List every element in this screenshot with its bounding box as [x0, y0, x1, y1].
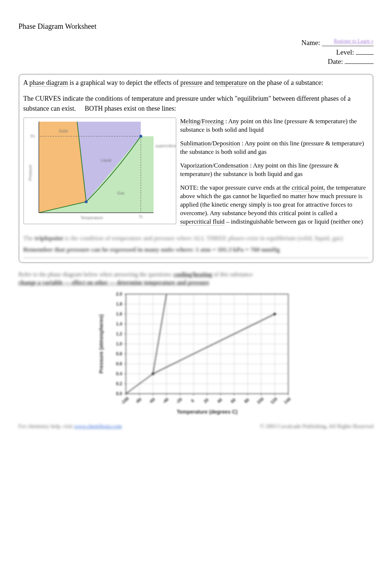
diagram-label-gas: Gas — [117, 191, 124, 195]
meta-name-row: Name: Register to Learn » — [226, 38, 374, 48]
svg-text:-60: -60 — [148, 397, 157, 405]
svg-text:0.4: 0.4 — [116, 371, 122, 376]
meta-block: Name: Register to Learn » Level: Date: — [226, 38, 374, 66]
diagram-label-supercritical: supercritical — [155, 144, 176, 148]
svg-text:140: 140 — [283, 396, 292, 405]
term-triple-point: triplepoint — [35, 235, 63, 242]
blurred-triple-point-line: The triplepoint is the condition of temp… — [23, 234, 369, 243]
svg-point-1 — [85, 200, 88, 203]
page-title: Phase Diagram Worksheet — [18, 22, 374, 31]
svg-text:0.6: 0.6 — [116, 361, 122, 366]
definition-vaporization: Vaporization/Condensation : Any point on… — [180, 162, 369, 179]
curves-paragraph: The CURVES indicate the conditions of te… — [23, 94, 369, 114]
footer-right: © 2003 Cavalcade Publishing, All Rights … — [260, 423, 374, 430]
diagram-label-solid: Solid — [59, 129, 68, 134]
note-text: the vapor pressure curve ends at the — [199, 184, 292, 191]
svg-text:Pressure (atmospheres): Pressure (atmospheres) — [98, 314, 104, 373]
instruction-emphasis: cooling/heating — [173, 271, 212, 277]
svg-text:1.4: 1.4 — [116, 321, 122, 327]
svg-text:80: 80 — [243, 397, 250, 404]
svg-point-2 — [140, 135, 142, 138]
term-supercritical-fluid: supercritical fluid — [180, 218, 224, 225]
level-blank — [356, 48, 374, 55]
svg-text:1.0: 1.0 — [116, 341, 122, 346]
svg-text:0.8: 0.8 — [116, 351, 122, 356]
svg-text:-40: -40 — [161, 397, 170, 405]
content-box: A phase diagram is a graphical way to de… — [18, 74, 374, 263]
svg-text:1.6: 1.6 — [116, 311, 122, 317]
term-melting-freezing: Melting/Freezing — [180, 118, 224, 125]
name-label: Name: — [302, 39, 322, 46]
svg-text:100: 100 — [256, 396, 265, 405]
register-link[interactable]: Register to Learn » — [322, 38, 374, 46]
level-label: Level: — [336, 48, 356, 56]
note-head: NOTE: — [180, 184, 199, 191]
instruction-text: of this substance — [212, 271, 253, 277]
svg-text:40: 40 — [216, 397, 223, 404]
diagram-tc: Tc — [139, 215, 143, 219]
svg-text:120: 120 — [269, 396, 279, 405]
svg-text:1.2: 1.2 — [116, 331, 122, 337]
instruction-text: Refer to the phase diagram below when an… — [18, 271, 173, 277]
term-critical-point: critical point, — [292, 184, 325, 192]
svg-text:2.0: 2.0 — [116, 292, 122, 297]
blurred-pressure-units-line: Remember that pressure can be expressed … — [23, 245, 369, 255]
curves-text-b: BOTH phases exist on these lines: — [85, 105, 176, 112]
diagram-ylabel: Pressure — [28, 165, 32, 181]
diagram-row: Solid Liquid Gas supercritical Temperatu… — [23, 117, 369, 231]
svg-text:-80: -80 — [134, 397, 143, 405]
intro-text: on the phase of a substance: — [247, 79, 323, 86]
footer-text: For chemistry help, visit — [18, 423, 74, 429]
definition-sublimation: Sublimation/Deposition : Any point on th… — [180, 139, 369, 156]
term-temperature: temperature — [216, 79, 247, 87]
svg-text:0.2: 0.2 — [116, 381, 122, 386]
footer-left: For chemistry help, visit www.chemfiesta… — [18, 423, 122, 430]
svg-text:-20: -20 — [175, 397, 183, 405]
svg-text:-100: -100 — [120, 396, 130, 406]
definition-note: NOTE: the vapor pressure curve ends at t… — [180, 184, 369, 226]
svg-text:20: 20 — [203, 397, 210, 404]
term-phase-diagram: phase diagram — [30, 79, 68, 87]
svg-text:0: 0 — [190, 398, 195, 404]
phase-diagram-image: Solid Liquid Gas supercritical Temperatu… — [23, 117, 176, 224]
date-blank — [345, 57, 374, 64]
footer-link[interactable]: www.chemfiesta.com — [74, 423, 122, 429]
definition-melting: Melting/Freezing : Any point on this lin… — [180, 117, 369, 134]
svg-text:Temperature (degrees C): Temperature (degrees C) — [177, 409, 238, 415]
instruction-line2: change a variable — effect on other — de… — [18, 279, 209, 286]
intro-text: A — [23, 79, 30, 86]
term-pressure: pressure — [180, 79, 203, 87]
intro-text: is a graphical way to depict the effects… — [68, 79, 180, 86]
date-label: Date: — [328, 58, 345, 65]
definitions-column: Melting/Freezing : Any point on this lin… — [180, 117, 369, 231]
diagram-label-liquid: Liquid — [101, 158, 111, 163]
meta-level-row: Level: — [226, 48, 374, 57]
svg-point-79 — [274, 313, 276, 315]
divider — [23, 258, 369, 258]
phase-chart: -100-80-60-40-200204060801001201400.00.2… — [18, 290, 374, 416]
diagram-pc: Pc — [31, 134, 35, 139]
curves-text-a: The CURVES indicate the conditions of te… — [23, 95, 351, 112]
svg-text:0.0: 0.0 — [116, 391, 122, 396]
meta-date-row: Date: — [226, 57, 374, 66]
blurred-text: Remember that pressure can be expressed … — [23, 246, 280, 253]
footer: For chemistry help, visit www.chemfiesta… — [18, 423, 374, 430]
note-text: – indistinguishable between gas or liqui… — [224, 218, 363, 225]
svg-point-78 — [152, 373, 154, 375]
svg-text:60: 60 — [230, 397, 237, 404]
diagram-xlabel: Temperature — [80, 215, 103, 220]
term-vaporization-condensation: Vaporization/Condensation — [180, 162, 248, 169]
instructions-blurred: Refer to the phase diagram below when an… — [18, 270, 374, 287]
svg-text:1.8: 1.8 — [116, 301, 122, 307]
blurred-text: is the condition of temperature and pres… — [63, 235, 343, 242]
blurred-text: The — [23, 235, 35, 242]
term-sublimation-deposition: Sublimation/Deposition — [180, 140, 240, 147]
intro-text: and — [203, 79, 216, 86]
intro-paragraph: A phase diagram is a graphical way to de… — [23, 79, 369, 87]
